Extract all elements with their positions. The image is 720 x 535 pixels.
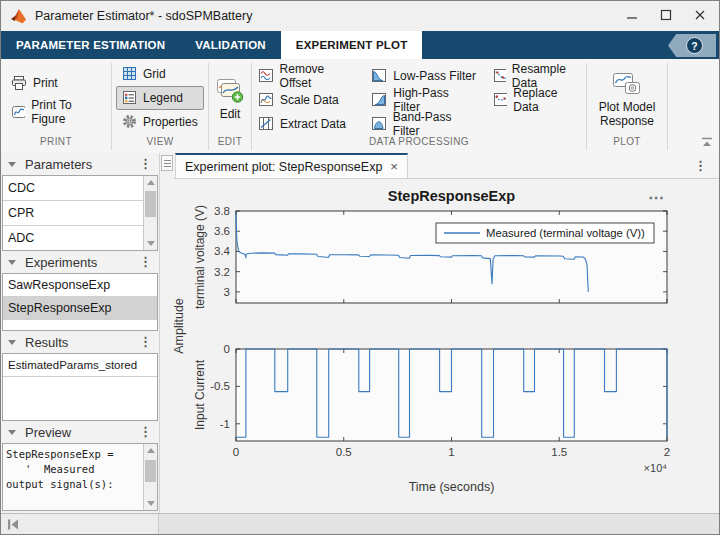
x-tick-label: 1 <box>448 446 454 458</box>
legend-icon <box>122 90 137 105</box>
y-tick-label: 0 <box>224 343 230 355</box>
collapse-triangle-icon[interactable] <box>8 162 16 167</box>
title-bar: Parameter Estimator* - sdoSPMBattery <box>1 1 719 31</box>
axes-toolbar-dots-icon[interactable]: ⋯ <box>648 188 665 207</box>
extract-data-button[interactable]: Extract Data <box>252 112 363 136</box>
properties-button[interactable]: Properties <box>116 110 204 134</box>
scale-data-button[interactable]: Scale Data <box>252 88 363 112</box>
sidebar-splitter[interactable] <box>159 153 173 513</box>
panel-menu-icon[interactable]: ⋮ <box>136 427 155 437</box>
scroll-up-icon[interactable] <box>147 448 155 453</box>
tab-validation[interactable]: VALIDATION <box>180 31 281 59</box>
scroll-down-icon[interactable] <box>147 241 155 246</box>
list-item-sawresponseexp[interactable]: SawResponseExp <box>3 274 157 297</box>
resample-data-icon <box>493 68 506 83</box>
edit-plots-icon <box>216 78 244 104</box>
grid-icon <box>122 66 137 81</box>
edit-button[interactable]: Edit <box>216 74 244 121</box>
low-pass-filter-button[interactable]: Low-Pass Filter <box>365 64 484 88</box>
preview-scrollbar[interactable] <box>143 444 157 510</box>
section-plot: Plot Model Response PLOT <box>587 59 667 153</box>
subplot-0: 33.23.43.63.8terminal voltage (V)Measure… <box>193 205 667 309</box>
list-item-stepresponseexp[interactable]: StepResponseExp <box>3 297 157 320</box>
chart-title: StepResponseExp <box>388 188 515 204</box>
collapse-triangle-icon[interactable] <box>8 260 16 265</box>
x-tick-label: 1.5 <box>551 446 567 458</box>
y-tick-label: 3.2 <box>214 266 230 278</box>
plot-model-response-button[interactable]: Plot Model Response <box>589 67 665 128</box>
section-label-view: VIEW <box>112 136 208 153</box>
panel-title: Results <box>25 335 136 350</box>
legend-toggle-button[interactable]: Legend <box>116 86 204 110</box>
scroll-thumb[interactable] <box>145 191 156 217</box>
printer-icon <box>11 75 27 91</box>
collapse-triangle-icon[interactable] <box>8 340 16 345</box>
scroll-up-icon[interactable] <box>147 180 155 185</box>
band-pass-icon <box>371 116 386 131</box>
help-button[interactable]: ? <box>668 34 716 57</box>
collapse-ribbon-button[interactable] <box>701 133 713 151</box>
section-label-plot: PLOT <box>587 136 667 153</box>
status-bar-left <box>1 514 159 535</box>
panel-menu-icon[interactable]: ⋮ <box>136 257 155 267</box>
print-to-figure-button[interactable]: Print To Figure <box>5 100 107 124</box>
extract-data-icon <box>258 116 274 131</box>
document-tab-bar: Experiment plot: StepResponseExp × ⋮ <box>173 153 719 179</box>
x-tick-label: 0 <box>233 446 239 458</box>
section-print: Print Print To Figure PRINT <box>1 59 111 153</box>
list-item-adc[interactable]: ADC <box>3 226 144 251</box>
y-tick-label: -0.5 <box>210 380 230 392</box>
x-tick-label: 0.5 <box>336 446 352 458</box>
subplot-ylabel: Input Current <box>193 359 207 430</box>
tabbar-menu-icon[interactable]: ⋮ <box>694 158 707 173</box>
subplot-ylabel: terminal voltage (V) <box>193 205 207 309</box>
collapse-triangle-icon[interactable] <box>8 430 16 435</box>
y-tick-label: -1 <box>220 418 230 430</box>
remove-offset-button[interactable]: Remove Offset <box>252 64 363 88</box>
tab-parameter-estimation[interactable]: PARAMETER ESTIMATION <box>1 31 180 59</box>
close-tab-icon[interactable]: × <box>390 159 398 174</box>
figure-curve-icon <box>11 104 25 120</box>
resample-data-button[interactable]: Resample Data <box>487 64 586 88</box>
minimize-button[interactable] <box>615 2 649 28</box>
panel-header-parameters: Parameters ⋮ <box>1 153 159 175</box>
preview-line: ' Measured <box>6 462 155 477</box>
x-tick-label: 2 <box>664 446 670 458</box>
collapse-panel-icon[interactable] <box>6 518 20 531</box>
section-data-processing: Remove Offset Scale Data Extract Data <box>252 59 586 153</box>
replace-data-icon <box>493 92 508 107</box>
panel-menu-icon[interactable]: ⋮ <box>136 159 155 169</box>
y-tick-label: 3.6 <box>214 225 230 237</box>
grid-toggle-button[interactable]: Grid <box>116 62 204 86</box>
panel-header-preview: Preview ⋮ <box>1 421 159 443</box>
list-item-cpr[interactable]: CPR <box>3 201 144 226</box>
list-item-estimatedparams[interactable]: EstimatedParams_stored <box>3 354 157 377</box>
chart-canvas: StepResponseExp33.23.43.63.8terminal vol… <box>173 179 719 513</box>
splitter-grip-icon[interactable] <box>161 155 173 171</box>
maximize-button[interactable] <box>649 2 683 28</box>
list-item-cdc[interactable]: CDC <box>3 176 144 201</box>
y-tick-label: 3 <box>224 286 230 298</box>
section-label-print: PRINT <box>1 136 111 153</box>
high-pass-icon <box>371 92 387 107</box>
close-button[interactable] <box>683 2 717 28</box>
tab-experiment-plot-document[interactable]: Experiment plot: StepResponseExp × <box>175 153 408 179</box>
window-title: Parameter Estimator* - sdoSPMBattery <box>35 9 252 23</box>
panel-title: Parameters <box>25 157 136 172</box>
replace-data-button[interactable]: Replace Data <box>487 88 586 112</box>
section-view: Grid Legend Properties VIEW <box>112 59 208 153</box>
scroll-down-icon[interactable] <box>147 501 155 506</box>
high-pass-filter-button[interactable]: High-Pass Filter <box>365 88 484 112</box>
panel-header-experiments: Experiments ⋮ <box>1 251 159 273</box>
parameters-scrollbar[interactable] <box>143 176 157 250</box>
sidebar: Parameters ⋮ CDC CPR ADC Experiments ⋮ S… <box>1 153 159 513</box>
experiments-list: SawResponseExp StepResponseExp <box>2 273 158 331</box>
experiment-plot-figure: StepResponseExp33.23.43.63.8terminal vol… <box>173 179 719 513</box>
band-pass-filter-button[interactable]: Band-Pass Filter <box>365 112 484 136</box>
scroll-thumb[interactable] <box>145 460 156 482</box>
tab-experiment-plot[interactable]: EXPERIMENT PLOT <box>281 31 423 59</box>
panel-menu-icon[interactable]: ⋮ <box>136 337 155 347</box>
gear-icon <box>122 114 137 129</box>
section-edit: Edit EDIT <box>209 59 251 153</box>
print-button[interactable]: Print <box>5 71 107 95</box>
